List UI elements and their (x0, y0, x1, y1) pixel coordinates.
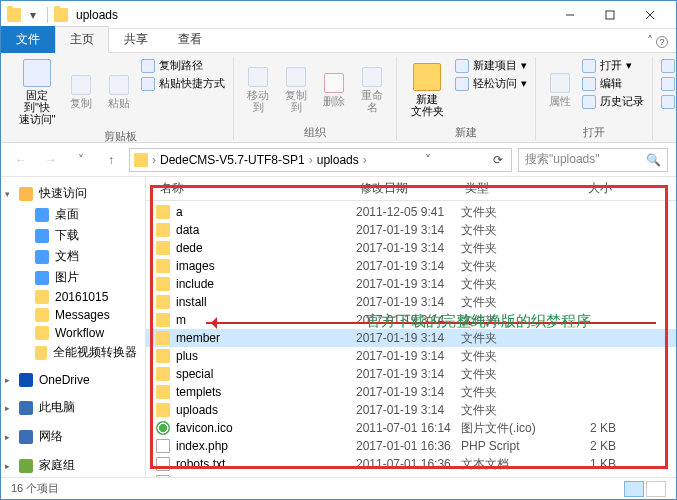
file-row[interactable]: templets2017-01-19 3:14文件夹 (146, 383, 676, 401)
move-to-button[interactable]: 移动到 (240, 57, 276, 123)
easy-access-button[interactable]: 轻松访问 ▾ (453, 75, 529, 92)
open-button[interactable]: 打开 ▾ (580, 57, 646, 74)
nav-back-button[interactable]: ← (9, 148, 33, 172)
copy-button[interactable]: 复制 (63, 57, 99, 127)
file-row[interactable]: include2017-01-19 3:14文件夹 (146, 275, 676, 293)
file-row[interactable]: special2017-01-19 3:14文件夹 (146, 365, 676, 383)
chevron-right-icon[interactable]: › (309, 153, 313, 167)
onedrive-icon (19, 373, 33, 387)
properties-button[interactable]: 属性 (542, 57, 578, 123)
sidebar-documents[interactable]: 文档 (1, 246, 145, 267)
refresh-button[interactable]: ⟳ (489, 153, 507, 167)
file-pane: 名称 修改日期 类型 大小 a2011-12-05 9:41文件夹data201… (146, 177, 676, 477)
col-type[interactable]: 类型 (461, 180, 556, 197)
chevron-right-icon[interactable]: ▸ (5, 432, 10, 442)
new-folder-button[interactable]: 新建 文件夹 (403, 57, 451, 123)
sidebar-thispc[interactable]: ▸此电脑 (1, 397, 145, 418)
nav-up-button[interactable]: ↑ (99, 148, 123, 172)
chevron-right-icon[interactable]: ▸ (5, 403, 10, 413)
rename-button[interactable]: 重命名 (354, 57, 390, 123)
new-item-button[interactable]: 新建项目 ▾ (453, 57, 529, 74)
view-icons-button[interactable] (646, 481, 666, 497)
file-row[interactable]: uploads2017-01-19 3:14文件夹 (146, 401, 676, 419)
file-row[interactable]: plus2017-01-19 3:14文件夹 (146, 347, 676, 365)
maximize-button[interactable] (590, 1, 630, 29)
file-name: special (176, 367, 356, 381)
tab-view[interactable]: 查看 (163, 26, 217, 53)
chevron-down-icon[interactable]: ▾ (5, 189, 10, 199)
file-row[interactable]: robots.txt2011-07-01 16:36文本文档1 KB (146, 455, 676, 473)
sidebar-desktop[interactable]: 桌面 (1, 204, 145, 225)
file-type: PHP Script (461, 475, 556, 477)
file-type: 文件夹 (461, 384, 556, 401)
file-row[interactable]: data2017-01-19 3:14文件夹 (146, 221, 676, 239)
chevron-right-icon[interactable]: ▸ (5, 461, 10, 471)
sidebar-network[interactable]: ▸网络 (1, 426, 145, 447)
col-size[interactable]: 大小 (556, 180, 616, 197)
chevron-right-icon[interactable]: › (363, 153, 367, 167)
breadcrumb-seg[interactable]: uploads (317, 153, 359, 167)
search-input[interactable]: 搜索"uploads" 🔍 (518, 148, 668, 172)
file-type: 文件夹 (461, 240, 556, 257)
file-row[interactable]: tags.php2011-07-01 16:36PHP Script1 KB (146, 473, 676, 477)
view-details-button[interactable] (624, 481, 644, 497)
nav-recent-button[interactable]: ˅ (69, 148, 93, 172)
file-row[interactable]: dede2017-01-19 3:14文件夹 (146, 239, 676, 257)
delete-button[interactable]: 删除 (316, 57, 352, 123)
file-date: 2011-12-05 9:41 (356, 205, 461, 219)
chevron-right-icon[interactable]: ▸ (5, 375, 10, 385)
sidebar-downloads[interactable]: 下载 (1, 225, 145, 246)
tab-share[interactable]: 共享 (109, 26, 163, 53)
nav-forward-button[interactable]: → (39, 148, 63, 172)
file-row[interactable]: m2017-01-19 3:14文件夹 (146, 311, 676, 329)
sidebar-folder-workflow[interactable]: Workflow (1, 324, 145, 342)
col-name[interactable]: 名称 (156, 180, 356, 197)
copy-to-button[interactable]: 复制到 (278, 57, 314, 123)
file-size: 2 KB (556, 439, 616, 453)
paste-shortcut-button[interactable]: 粘贴快捷方式 (139, 75, 227, 92)
file-row[interactable]: member2017-01-19 3:14文件夹 (146, 329, 676, 347)
sidebar-folder-videoconv[interactable]: 全能视频转换器 (1, 342, 145, 363)
ribbon-collapse-button[interactable]: ˄ ? (639, 30, 676, 52)
select-none-button[interactable]: 全部取消 (659, 75, 677, 92)
sidebar-quick-access[interactable]: ▾快速访问 (1, 183, 145, 204)
copy-path-button[interactable]: 复制路径 (139, 57, 227, 74)
history-icon (582, 95, 596, 109)
file-row[interactable]: images2017-01-19 3:14文件夹 (146, 257, 676, 275)
chevron-right-icon[interactable]: › (152, 153, 156, 167)
pin-quickaccess-button[interactable]: 固定到"快 速访问" (13, 57, 61, 127)
invert-select-button[interactable]: 反向选择 (659, 93, 677, 110)
sidebar-homegroup[interactable]: ▸家庭组 (1, 455, 145, 476)
file-row[interactable]: index.php2017-01-01 16:36PHP Script2 KB (146, 437, 676, 455)
file-size: 1 KB (556, 457, 616, 471)
edit-button[interactable]: 编辑 (580, 75, 646, 92)
txt-icon (156, 457, 170, 471)
tab-home[interactable]: 主页 (55, 26, 109, 53)
tab-file[interactable]: 文件 (1, 26, 55, 53)
folder-icon (156, 313, 170, 327)
dropdown-button[interactable]: ˅ (421, 153, 435, 167)
minimize-button[interactable] (550, 1, 590, 29)
file-row[interactable]: favicon.ico2011-07-01 16:14图片文件(.ico)2 K… (146, 419, 676, 437)
close-button[interactable] (630, 1, 670, 29)
breadcrumb[interactable]: › DedeCMS-V5.7-UTF8-SP1 › uploads › ˅ ⟳ (129, 148, 512, 172)
col-date[interactable]: 修改日期 (356, 180, 461, 197)
sidebar-pictures[interactable]: 图片 (1, 267, 145, 288)
folder-icon (35, 290, 49, 304)
select-none-icon (661, 77, 675, 91)
file-name: tags.php (176, 475, 356, 477)
file-date: 2017-01-19 3:14 (356, 259, 461, 273)
folder-icon (156, 367, 170, 381)
edit-icon (582, 77, 596, 91)
file-name: member (176, 331, 356, 345)
sidebar-onedrive[interactable]: ▸OneDrive (1, 371, 145, 389)
sidebar-folder-20161015[interactable]: 20161015 (1, 288, 145, 306)
file-row[interactable]: install2017-01-19 3:14文件夹 (146, 293, 676, 311)
breadcrumb-seg[interactable]: DedeCMS-V5.7-UTF8-SP1 (160, 153, 305, 167)
file-row[interactable]: a2011-12-05 9:41文件夹 (146, 203, 676, 221)
select-all-button[interactable]: 全部选择 (659, 57, 677, 74)
sidebar-folder-messages[interactable]: Messages (1, 306, 145, 324)
history-button[interactable]: 历史记录 (580, 93, 646, 110)
paste-button[interactable]: 粘贴 (101, 57, 137, 127)
qat-save-icon[interactable]: ▾ (25, 7, 41, 23)
